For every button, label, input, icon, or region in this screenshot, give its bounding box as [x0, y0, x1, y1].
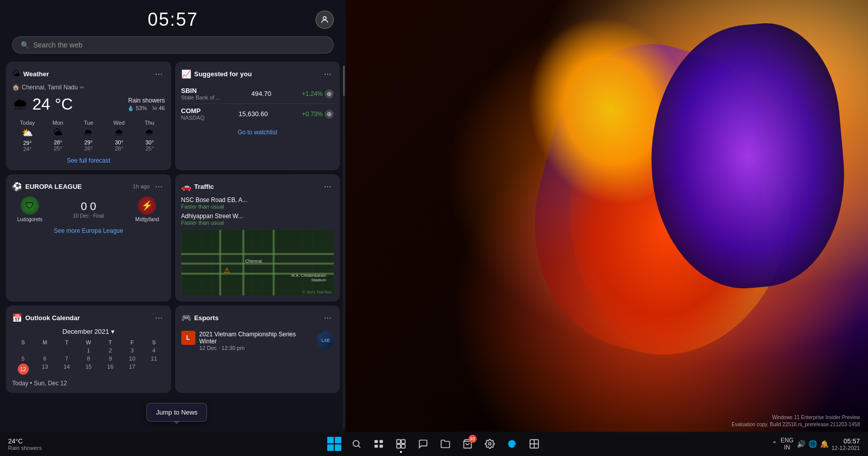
europa-league-widget: ⚽ EUROPA LEAGUE 1h ago ··· 🛡 Ludogorets …	[6, 174, 171, 301]
snipping-tool-button[interactable]	[524, 434, 544, 454]
task-view-button[interactable]	[369, 434, 389, 454]
match-info: 10 Dec · Final	[73, 213, 104, 219]
calendar-days-header: S M T W T F S	[12, 338, 165, 346]
map-city-label: Chennai	[245, 259, 263, 264]
jump-to-news-tooltip[interactable]: Jump to News	[146, 403, 207, 422]
calendar-widget: 📅 Outlook Calendar ··· December 2021 ▾ S…	[6, 306, 171, 393]
notification-dot	[822, 444, 825, 447]
taskbar-weather-description: Rain showers	[8, 445, 42, 451]
svg-rect-3	[374, 440, 378, 443]
europa-menu-button[interactable]: ···	[153, 180, 165, 192]
calendar-month-header: December 2021 ▾	[12, 328, 165, 335]
wallpaper-art	[338, 0, 868, 439]
weather-condition: Rain showers	[127, 97, 165, 104]
weather-temperature: 24 °C	[32, 95, 73, 114]
route-1-status: Faster than usual	[181, 204, 334, 210]
chat-button[interactable]	[413, 434, 433, 454]
team1-name: Ludogorets	[17, 217, 42, 222]
see-full-forecast-link[interactable]: See full forecast	[12, 157, 165, 164]
system-tray-expand[interactable]: ⌃	[772, 440, 778, 448]
svg-rect-9	[396, 444, 400, 448]
settings-button[interactable]	[480, 434, 500, 454]
clock-display: 05:57	[30, 9, 316, 30]
taskbar-temperature: 24°C	[8, 437, 42, 445]
search-input[interactable]	[33, 41, 325, 49]
weather-menu-button[interactable]: ···	[153, 68, 165, 80]
esport-event-name: 2021 Vietnam Championship Series Winter	[199, 331, 314, 345]
watchlist-button[interactable]: Go to watchlist	[181, 129, 334, 136]
store-button[interactable]: 93	[457, 434, 478, 454]
esports-title: Esports	[194, 314, 219, 322]
esports-menu-button[interactable]: ···	[322, 312, 334, 324]
weather-forecast: Today ⛅ 29° 24° Mon 🌥 28° 25° Tue 🌧 29° …	[12, 120, 165, 152]
weather-description-col: Rain showers 💧 53% 🌬 46	[127, 97, 165, 112]
calendar-week-3: 12 13 14 15 16 17	[12, 363, 165, 376]
map-road-v3	[219, 230, 221, 295]
stocks-menu-button[interactable]: ···	[322, 68, 334, 80]
weather-title: Weather	[23, 70, 49, 78]
svg-rect-5	[374, 445, 378, 448]
system-time: 05:57	[832, 437, 860, 445]
stock-add-sbin[interactable]: ⊕	[325, 89, 334, 98]
svg-point-1	[353, 440, 359, 446]
stocks-widget: 📈 Suggested for you ··· SBIN State Bank …	[175, 62, 340, 170]
map-landmark-label: M.A. ChidambaramStadium	[291, 273, 326, 282]
edge-browser-button[interactable]	[502, 434, 522, 454]
traffic-menu-button[interactable]: ···	[322, 180, 334, 192]
notification-area[interactable]: 🔔	[820, 440, 829, 448]
taskbar-search-button[interactable]	[346, 434, 367, 454]
weather-icon: 🌤	[12, 69, 20, 78]
esports-icon: 🎮	[181, 313, 191, 323]
calendar-icon: 📅	[12, 313, 22, 323]
start-button[interactable]	[324, 434, 344, 454]
file-explorer-button[interactable]	[435, 434, 455, 454]
route-2-name: Adhiyappan Street W...	[181, 213, 334, 220]
esport-logo: L	[181, 331, 195, 345]
ludogorets-badge: 🛡	[21, 196, 39, 215]
forecast-day-thu: Thu 🌧 30° 25°	[134, 120, 165, 152]
route-2: Adhiyappan Street W... Faster than usual	[181, 213, 334, 226]
language-indicator[interactable]: ENGIN	[781, 437, 794, 451]
route-1: NSC Bose Road EB, A... Faster than usual	[181, 196, 334, 210]
team2-name: Midtjylland	[135, 217, 159, 222]
traffic-title: Traffic	[194, 183, 214, 190]
edit-icon[interactable]: ✏	[80, 84, 84, 91]
widget-panel: 05:57 🔍 🌤 Weather ··· 🏠 Chennai, Tamil N…	[0, 0, 346, 456]
calendar-week-1: 1 2 3 4	[12, 346, 165, 354]
chevron-down-icon[interactable]: ▾	[111, 328, 115, 335]
map-road-h2	[181, 253, 334, 255]
svg-point-0	[323, 17, 326, 20]
stock-row-sbin[interactable]: SBIN State Bank of ... 494.70 +1.24% ⊕	[181, 84, 334, 104]
map-road-v2	[273, 230, 275, 295]
calendar-title: Outlook Calendar	[25, 314, 80, 322]
panel-header: 05:57	[0, 0, 346, 36]
forecast-day-wed: Wed 🌧 30° 26°	[104, 120, 135, 152]
widgets-grid: 🌤 Weather ··· 🏠 Chennai, Tamil Nadu ✏ 🌧 …	[0, 62, 346, 393]
calendar-menu-button[interactable]: ···	[153, 312, 165, 324]
windows-info-line2: Evaluation copy. Build 22518.rs_prerelea…	[732, 421, 860, 428]
store-badge: 93	[469, 435, 477, 443]
score-block: 0 0 10 Dec · Final	[73, 200, 104, 219]
esport-info: 2021 Vietnam Championship Series Winter …	[199, 331, 314, 351]
profile-button[interactable]	[316, 11, 334, 29]
network-icon[interactable]: 🌐	[808, 440, 817, 448]
europa-icon: ⚽	[12, 182, 22, 191]
stock-add-comp[interactable]: ⊕	[325, 110, 334, 119]
traffic-map: Chennai M.A. ChidambaramStadium ⚠ © 2021…	[181, 230, 334, 295]
esport-datetime: 12 Dec · 12:30 pm	[199, 345, 314, 351]
scrollbar[interactable]	[343, 66, 345, 428]
volume-icon[interactable]: 🔊	[797, 440, 805, 448]
weather-widget: 🌤 Weather ··· 🏠 Chennai, Tamil Nadu ✏ 🌧 …	[6, 62, 171, 170]
calendar-today-label: Today • Sun, Dec 12	[12, 380, 165, 387]
widgets-button[interactable]	[391, 434, 411, 454]
stock-row-comp[interactable]: COMP NASDAQ 15,630.60 +0.73% ⊕	[181, 104, 334, 124]
stocks-widget-header: 📈 Suggested for you ···	[181, 68, 334, 80]
system-date: 12-12-2021	[832, 445, 860, 451]
see-more-europa-link[interactable]: See more Europa League	[12, 227, 165, 234]
windows-info-line1: Windows 11 Enterprise Insider Preview	[732, 414, 860, 421]
system-clock[interactable]: 05:57 12-12-2021	[832, 437, 860, 451]
today-cell: 12	[18, 364, 29, 375]
search-bar[interactable]: 🔍	[12, 36, 334, 54]
scrollbar-thumb[interactable]	[343, 66, 345, 96]
stocks-title-row: 📈 Suggested for you	[181, 69, 252, 79]
